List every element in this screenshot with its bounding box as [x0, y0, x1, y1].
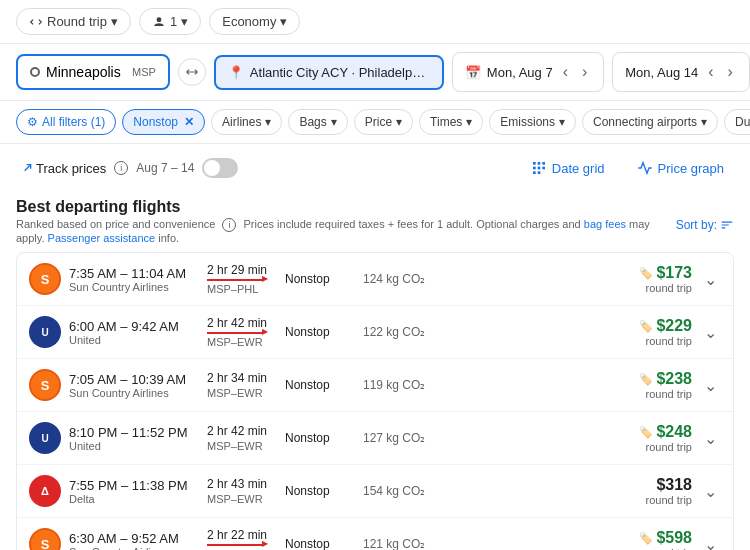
passenger-link[interactable]: Passenger assistance: [48, 232, 156, 244]
price-label: round trip: [612, 441, 692, 453]
origin-dot-icon: [30, 67, 40, 77]
svg-rect-1: [537, 162, 540, 165]
expand-button[interactable]: ⌄: [700, 478, 721, 505]
expand-button[interactable]: ⌄: [700, 266, 721, 293]
subtitle-info-icon[interactable]: i: [222, 218, 236, 232]
price-value: $248: [656, 423, 692, 441]
times-chip[interactable]: Times ▾: [419, 109, 483, 135]
depart-date-prev[interactable]: ‹: [559, 61, 572, 83]
flight-time: 7:55 PM – 11:38 PM: [69, 478, 199, 493]
destination-field[interactable]: 📍 Atlantic City ACY · Philadelphia ...: [214, 55, 444, 90]
sort-icon: [720, 218, 734, 232]
price-value: $318: [656, 476, 692, 494]
price-low-icon: 🏷️: [639, 532, 653, 545]
airline-logo: S: [29, 263, 61, 295]
price-label: round trip: [612, 494, 692, 506]
flight-co2: 124 kg CO₂: [363, 272, 443, 286]
track-row: Track prices i Aug 7 – 14 Date grid Pric…: [0, 144, 750, 186]
nonstop-remove-icon[interactable]: ✕: [184, 115, 194, 129]
price-amount: 🏷️ $173: [612, 264, 692, 282]
return-date-prev[interactable]: ‹: [704, 61, 717, 83]
return-date-field[interactable]: Mon, Aug 14 ‹ ›: [612, 52, 750, 92]
track-date-range: Aug 7 – 14: [136, 161, 194, 175]
flight-time: 8:10 PM – 11:52 PM: [69, 425, 199, 440]
flight-price: 🏷️ $598 round trip: [612, 529, 692, 550]
calendar-icon: 📅: [465, 65, 481, 80]
flight-time: 6:30 AM – 9:52 AM: [69, 531, 199, 546]
return-date-label: Mon, Aug 14: [625, 65, 698, 80]
flight-duration-block: 2 hr 42 min ▶ MSP–EWR: [207, 316, 277, 348]
airline-name: Sun Country Airlines: [69, 387, 199, 399]
bags-chip[interactable]: Bags ▾: [288, 109, 347, 135]
duration-label: Duration: [735, 115, 750, 129]
flight-row[interactable]: S 6:30 AM – 9:52 AM Sun Country Airlines…: [17, 518, 733, 550]
svg-rect-3: [533, 167, 536, 170]
connecting-chip[interactable]: Connecting airports ▾: [582, 109, 718, 135]
airlines-label: Airlines: [222, 115, 261, 129]
flight-time: 6:00 AM – 9:42 AM: [69, 319, 199, 334]
origin-field[interactable]: MSP: [16, 54, 170, 90]
times-chevron-icon: ▾: [466, 115, 472, 129]
flight-stop: Nonstop: [285, 537, 355, 550]
flight-row[interactable]: S 7:35 AM – 11:04 AM Sun Country Airline…: [17, 253, 733, 306]
prices-include-text: Prices include required taxes + fees for…: [244, 218, 581, 230]
destination-label: Atlantic City ACY · Philadelphia ...: [250, 65, 430, 80]
flight-times: 6:30 AM – 9:52 AM Sun Country Airlines: [69, 531, 199, 551]
all-filters-label: All filters (1): [42, 115, 105, 129]
flight-list: S 7:35 AM – 11:04 AM Sun Country Airline…: [16, 252, 734, 550]
track-prices-icon: [16, 160, 32, 176]
section-header: Best departing flights Ranked based on p…: [0, 186, 750, 248]
expand-button[interactable]: ⌄: [700, 372, 721, 399]
price-value: $238: [656, 370, 692, 388]
depart-date-next[interactable]: ›: [578, 61, 591, 83]
price-amount: 🏷️ $248: [612, 423, 692, 441]
flight-row[interactable]: U 6:00 AM – 9:42 AM United 2 hr 42 min ▶…: [17, 306, 733, 359]
flight-duration-block: 2 hr 29 min ▶ MSP–PHL: [207, 263, 277, 295]
depart-date-field[interactable]: 📅 Mon, Aug 7 ‹ ›: [452, 52, 604, 92]
info-text: info.: [158, 232, 179, 244]
emissions-chevron-icon: ▾: [559, 115, 565, 129]
ranked-text: Ranked based on price and convenience: [16, 218, 215, 230]
airline-logo: U: [29, 422, 61, 454]
airline-logo: S: [29, 528, 61, 550]
trip-type-selector[interactable]: Round trip ▾: [16, 8, 131, 35]
airline-logo: Δ: [29, 475, 61, 507]
origin-input[interactable]: [46, 64, 126, 80]
price-chip[interactable]: Price ▾: [354, 109, 413, 135]
emissions-chip[interactable]: Emissions ▾: [489, 109, 576, 135]
flight-row[interactable]: U 8:10 PM – 11:52 PM United 2 hr 42 min …: [17, 412, 733, 465]
track-toggle[interactable]: [202, 158, 238, 178]
cabin-chevron-icon: ▾: [280, 14, 287, 29]
passengers-chevron-icon: ▾: [181, 14, 188, 29]
flight-row[interactable]: S 7:05 AM – 10:39 AM Sun Country Airline…: [17, 359, 733, 412]
flight-route: MSP–EWR: [207, 440, 277, 452]
all-filters-chip[interactable]: ⚙ All filters (1): [16, 109, 116, 135]
duration-chip[interactable]: Duration ▾: [724, 109, 750, 135]
bag-fees-link[interactable]: bag fees: [584, 218, 626, 230]
passengers-selector[interactable]: 1 ▾: [139, 8, 201, 35]
flight-stop: Nonstop: [285, 325, 355, 339]
depart-date-label: Mon, Aug 7: [487, 65, 553, 80]
swap-button[interactable]: [178, 58, 206, 86]
price-graph-button[interactable]: Price graph: [627, 154, 734, 182]
date-grid-icon: [531, 160, 547, 176]
flight-price: 🏷️ $238 round trip: [612, 370, 692, 400]
price-graph-icon: [637, 160, 653, 176]
airlines-chevron-icon: ▾: [265, 115, 271, 129]
date-grid-button[interactable]: Date grid: [521, 154, 615, 182]
price-low-icon: 🏷️: [639, 320, 653, 333]
expand-button[interactable]: ⌄: [700, 425, 721, 452]
return-date-next[interactable]: ›: [724, 61, 737, 83]
airlines-chip[interactable]: Airlines ▾: [211, 109, 282, 135]
toggle-knob: [204, 160, 220, 176]
nonstop-chip[interactable]: Nonstop ✕: [122, 109, 205, 135]
expand-button[interactable]: ⌄: [700, 531, 721, 551]
sort-by[interactable]: Sort by:: [676, 218, 734, 232]
flight-route: MSP–EWR: [207, 336, 277, 348]
flight-duration-block: 2 hr 42 min MSP–EWR: [207, 424, 277, 452]
expand-button[interactable]: ⌄: [700, 319, 721, 346]
flight-duration-block: 2 hr 22 min ▶ MSP–ACY: [207, 528, 277, 550]
track-info-icon[interactable]: i: [114, 161, 128, 175]
cabin-selector[interactable]: Economy ▾: [209, 8, 300, 35]
flight-row[interactable]: Δ 7:55 PM – 11:38 PM Delta 2 hr 43 min M…: [17, 465, 733, 518]
